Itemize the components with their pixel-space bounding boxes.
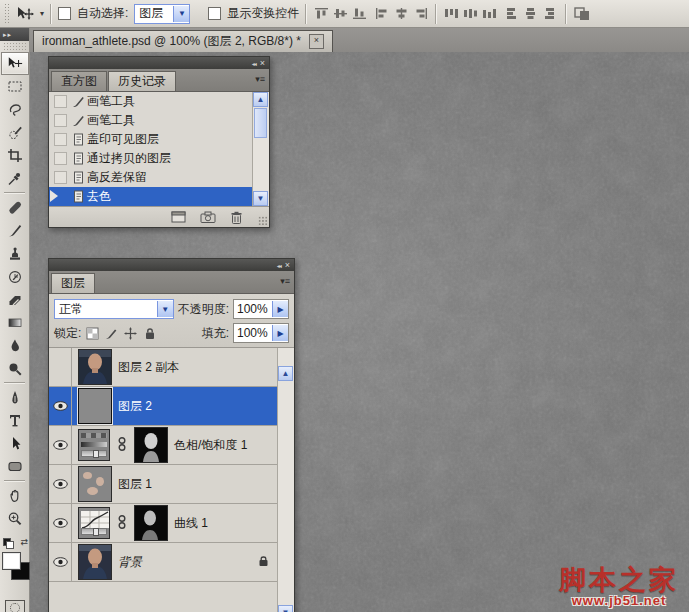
layer-thumbnail[interactable] [78, 388, 112, 424]
layer-row[interactable]: 色相/饱和度 1 [49, 426, 277, 465]
history-item[interactable]: 画笔工具 [49, 111, 252, 130]
close-panel-icon[interactable]: × [285, 261, 290, 270]
dropdown-arrow-icon[interactable]: ▼ [157, 301, 173, 317]
distribute-vertical-centers-icon[interactable] [462, 5, 479, 22]
align-horizontal-centers-icon[interactable] [393, 5, 410, 22]
zoom-tool[interactable] [1, 507, 29, 530]
fill-slider-arrow-icon[interactable]: ▶ [272, 325, 288, 341]
collapse-panel-icon[interactable]: ◂◂ [252, 60, 256, 67]
lock-transparent-pixels-icon[interactable] [85, 326, 100, 341]
move-tool[interactable] [1, 52, 29, 75]
document-tab[interactable]: ironman_athlete.psd @ 100% (图层 2, RGB/8*… [33, 30, 333, 52]
spot-healing-brush-tool[interactable] [1, 196, 29, 219]
layer-row[interactable]: 图层 1 [49, 465, 277, 504]
lock-position-icon[interactable] [123, 326, 138, 341]
align-vertical-centers-icon[interactable] [332, 5, 349, 22]
blend-mode-dropdown[interactable]: 正常 ▼ [54, 299, 174, 319]
eyedropper-tool[interactable] [1, 167, 29, 190]
brush-tool[interactable] [1, 219, 29, 242]
delete-trash-icon[interactable] [230, 211, 243, 224]
lock-all-icon[interactable] [142, 326, 157, 341]
tab-histogram[interactable]: 直方图 [51, 71, 107, 91]
panel-menu-icon[interactable]: ▾≡ [255, 74, 265, 84]
history-brush-source-marker[interactable] [50, 190, 58, 202]
toolbox-grip[interactable] [3, 42, 26, 51]
eraser-tool[interactable] [1, 288, 29, 311]
visibility-toggle[interactable] [49, 504, 72, 542]
layer-mask-thumbnail[interactable] [134, 505, 168, 541]
layer-thumbnail[interactable] [78, 349, 112, 385]
show-transform-checkbox[interactable] [208, 7, 221, 20]
new-document-from-state-icon[interactable] [171, 211, 186, 223]
adjustment-thumbnail-curves[interactable] [78, 507, 110, 539]
distribute-left-edges-icon[interactable] [504, 5, 521, 22]
auto-select-dropdown[interactable]: 图层 ▼ [134, 4, 190, 24]
crop-tool[interactable] [1, 144, 29, 167]
swap-colors-icon[interactable]: ⇄ [20, 537, 28, 547]
layer-mask-thumbnail[interactable] [134, 427, 168, 463]
auto-select-checkbox[interactable] [58, 7, 71, 20]
quick-selection-tool[interactable] [1, 121, 29, 144]
visibility-toggle-empty[interactable] [49, 348, 72, 386]
panel-resize-grip[interactable] [258, 216, 268, 226]
pen-tool[interactable] [1, 386, 29, 409]
opacity-field[interactable]: 100% ▶ [233, 299, 289, 319]
align-bottom-edges-icon[interactable] [351, 5, 368, 22]
mask-link-icon[interactable] [118, 514, 126, 533]
distribute-horizontal-centers-icon[interactable] [523, 5, 540, 22]
visibility-toggle[interactable] [49, 543, 72, 581]
distribute-top-edges-icon[interactable] [443, 5, 460, 22]
align-right-edges-icon[interactable] [412, 5, 429, 22]
shape-tool[interactable] [1, 455, 29, 478]
history-item[interactable]: 通过拷贝的图层 [49, 149, 252, 168]
gradient-tool[interactable] [1, 311, 29, 334]
opacity-slider-arrow-icon[interactable]: ▶ [272, 301, 288, 317]
hand-tool[interactable] [1, 484, 29, 507]
scroll-down-icon[interactable]: ▼ [278, 605, 293, 612]
rectangular-marquee-tool[interactable] [1, 75, 29, 98]
history-source-well[interactable] [54, 95, 67, 108]
history-item[interactable]: 画笔工具 [49, 92, 252, 111]
layer-thumbnail[interactable] [78, 544, 112, 580]
blur-tool[interactable] [1, 334, 29, 357]
toolbox-collapse-icon[interactable]: ▸▸ [0, 28, 29, 41]
visibility-toggle[interactable] [49, 387, 72, 425]
options-bar-grip[interactable] [4, 3, 10, 25]
history-source-well[interactable] [54, 171, 67, 184]
history-panel-titlebar[interactable]: ◂◂ × [49, 57, 269, 69]
tab-history[interactable]: 历史记录 [108, 71, 176, 91]
collapse-panel-icon[interactable]: ◂◂ [277, 262, 281, 269]
type-tool[interactable] [1, 409, 29, 432]
clone-stamp-tool[interactable] [1, 242, 29, 265]
close-panel-icon[interactable]: × [260, 59, 265, 68]
default-colors-icon[interactable] [3, 538, 13, 547]
scroll-down-icon[interactable]: ▼ [253, 191, 268, 206]
history-item[interactable]: 盖印可见图层 [49, 130, 252, 149]
align-top-edges-icon[interactable] [313, 5, 330, 22]
adjustment-thumbnail-hue-saturation[interactable] [78, 429, 110, 461]
close-document-icon[interactable]: × [309, 34, 324, 49]
mask-link-icon[interactable] [118, 436, 126, 455]
tool-preset-arrow[interactable]: ▾ [40, 9, 44, 18]
scrollbar-thumb[interactable] [254, 108, 267, 138]
history-brush-tool[interactable] [1, 265, 29, 288]
history-scrollbar[interactable]: ▲ ▼ [252, 92, 269, 206]
distribute-right-edges-icon[interactable] [542, 5, 559, 22]
history-source-well[interactable] [54, 114, 67, 127]
path-selection-tool[interactable] [1, 432, 29, 455]
panel-menu-icon[interactable]: ▾≡ [280, 276, 290, 286]
layer-thumbnail[interactable] [78, 466, 112, 502]
align-left-edges-icon[interactable] [374, 5, 391, 22]
layer-row[interactable]: 图层 2 副本 [49, 348, 277, 387]
fill-field[interactable]: 100% ▶ [233, 323, 289, 343]
quick-mask-button[interactable] [5, 600, 25, 612]
layers-panel-titlebar[interactable]: ◂◂ × [49, 259, 294, 271]
scroll-up-icon[interactable]: ▲ [253, 92, 268, 107]
distribute-bottom-edges-icon[interactable] [481, 5, 498, 22]
lasso-tool[interactable] [1, 98, 29, 121]
dropdown-arrow-icon[interactable]: ▼ [173, 6, 189, 22]
new-snapshot-camera-icon[interactable] [200, 211, 216, 223]
tab-layers[interactable]: 图层 [51, 273, 95, 293]
history-item[interactable]: 高反差保留 [49, 168, 252, 187]
history-source-well[interactable] [54, 152, 67, 165]
